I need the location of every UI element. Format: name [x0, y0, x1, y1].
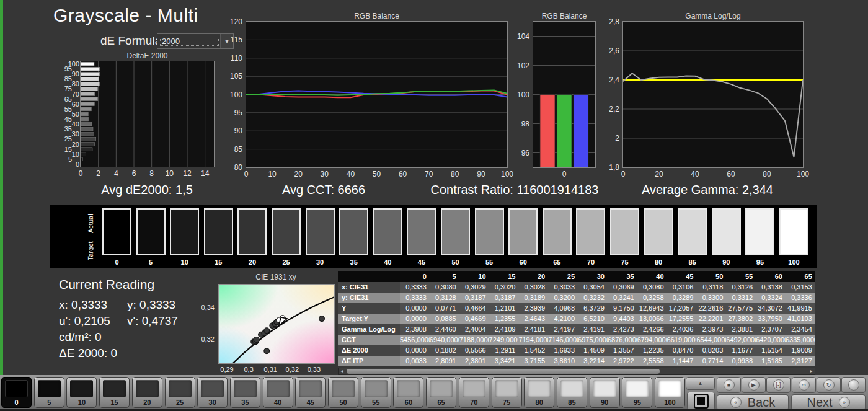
- deltae-xtick: 8: [146, 169, 158, 178]
- chart-rgb-line-xtick: 100: [498, 170, 516, 179]
- pattern-level-button[interactable]: 35: [230, 377, 260, 408]
- pattern-level-button[interactable]: 80: [524, 377, 554, 408]
- repeat-button[interactable]: ↻: [817, 377, 841, 393]
- chart-rgb-line-ytick: 120: [223, 17, 242, 26]
- pattern-level-button[interactable]: 10: [66, 377, 97, 408]
- deltae-ytick: 85: [64, 75, 72, 82]
- table-cell: 2,4460: [430, 324, 459, 335]
- current-reading-title: Current Reading: [59, 277, 154, 292]
- table-cell: 7194,0000: [518, 335, 548, 345]
- chart-gamma-ytick: 2,4: [598, 76, 619, 84]
- pattern-level-button[interactable]: 70: [459, 377, 489, 408]
- pattern-level-button[interactable]: 60: [393, 377, 423, 408]
- table-column-header: 10: [459, 271, 489, 282]
- pattern-level-button[interactable]: 55: [361, 377, 391, 408]
- stop-button[interactable]: ■: [717, 377, 741, 393]
- table-cell: 6492,0000: [726, 335, 756, 345]
- table-column-header: 20: [518, 271, 548, 282]
- swatch-level-label: 0: [101, 259, 133, 266]
- table-cell: 2,3801: [459, 356, 489, 366]
- table-cell: 2,4004: [459, 324, 489, 335]
- swatch-level-label: 100: [778, 259, 810, 266]
- pattern-level-button[interactable]: 15: [99, 377, 130, 408]
- table-cell: 0,3029: [459, 282, 489, 293]
- pattern-level-button[interactable]: 50: [328, 377, 358, 408]
- chart-rgb-line-xtick: 90: [472, 170, 490, 179]
- table-cell: 34,3072: [756, 303, 786, 314]
- table-cell: 6975,0000: [578, 335, 608, 345]
- deltae-ytick: 70: [72, 91, 79, 98]
- page-title: Grayscale - Multi: [53, 5, 198, 26]
- table-row-label: ΔE 2000: [338, 345, 400, 356]
- infinity-button[interactable]: ∞: [792, 377, 816, 393]
- pattern-level-button[interactable]: 45: [295, 377, 326, 408]
- scrollbar-thumb[interactable]: [347, 369, 660, 374]
- deltae-xtick: 12: [181, 169, 193, 178]
- table-cell: 6544,0000: [696, 335, 726, 345]
- table-cell: 0,8203: [696, 345, 726, 356]
- table-scrollbar[interactable]: ◂ ▸: [338, 368, 815, 375]
- scroll-right-arrow-icon[interactable]: ▸: [808, 368, 815, 374]
- table-cell: 0,3138: [756, 282, 786, 293]
- table-cell: 7146,0000: [548, 335, 578, 345]
- table-cell: 4,0968: [548, 303, 578, 314]
- table-cell: 0,8470: [667, 345, 697, 356]
- calibration-app: Grayscale - Multi dE Formula: 2000 ▼ Del…: [0, 0, 868, 411]
- table-cell: 0,3200: [548, 293, 578, 303]
- table-column-header: 50: [696, 271, 726, 282]
- pattern-level-label: 90: [590, 399, 619, 406]
- table-cell: 17,2555: [667, 314, 697, 324]
- table-cell: 6794,0000: [637, 335, 667, 345]
- stop-square-icon: [694, 394, 709, 409]
- de-formula-dropdown[interactable]: 2000 ▼: [157, 33, 234, 49]
- pattern-level-button[interactable]: 30: [197, 377, 228, 408]
- chart-rgb-line-xtick: 60: [394, 170, 412, 179]
- actual-label: Actual: [87, 210, 95, 238]
- grayscale-swatch: [204, 208, 233, 255]
- next-button[interactable]: Next »: [791, 394, 866, 410]
- pattern-level-button[interactable]: 20: [132, 377, 162, 408]
- stop-icon: ■: [724, 379, 735, 391]
- pattern-level-button[interactable]: 100: [655, 377, 685, 408]
- table-cell: 0,3069: [608, 282, 637, 293]
- deltae-ytick: 0: [76, 161, 79, 168]
- pattern-swatch: [528, 380, 551, 397]
- pattern-level-button[interactable]: 5: [34, 377, 64, 408]
- pattern-level-button[interactable]: 0: [1, 377, 32, 408]
- table-cell: 6940,0000: [430, 335, 459, 345]
- pattern-level-button[interactable]: 25: [165, 377, 195, 408]
- stop-pattern-button[interactable]: [687, 392, 715, 410]
- chart-gamma-xtick: 0: [614, 170, 632, 179]
- table-cell: 1,5452: [518, 345, 548, 356]
- table-cell: 0,3054: [578, 282, 608, 293]
- deltae-ytick: 40: [72, 120, 79, 128]
- pattern-level-label: 45: [296, 399, 325, 406]
- table-row-label: CCT: [338, 335, 400, 345]
- reading-u: u': 0,2105: [59, 314, 110, 327]
- pattern-swatch: [299, 380, 322, 397]
- cie-ytick: 0,32: [192, 335, 215, 343]
- grayscale-swatch: [712, 208, 741, 255]
- pattern-level-button[interactable]: 65: [426, 377, 456, 408]
- table-cell: 1,5185: [756, 356, 786, 366]
- pattern-level-button[interactable]: 40: [263, 377, 293, 408]
- pattern-swatch: [169, 380, 192, 397]
- pattern-level-button[interactable]: 95: [622, 377, 652, 408]
- table-cell: 1,9009: [786, 345, 815, 356]
- blank-button[interactable]: [841, 377, 866, 393]
- table-cell: 2,9722: [608, 356, 637, 366]
- loop-range-button[interactable]: [-]: [766, 377, 790, 393]
- scroll-left-arrow-icon[interactable]: ◂: [339, 368, 345, 374]
- back-button[interactable]: « Back: [717, 394, 789, 410]
- rgb-bar-ytick: 102: [515, 61, 529, 70]
- pattern-level-button[interactable]: 85: [557, 377, 587, 408]
- table-cell: 1,1447: [667, 356, 697, 366]
- pattern-level-button[interactable]: 90: [590, 377, 620, 408]
- table-column-header: 25: [548, 271, 578, 282]
- pattern-level-button[interactable]: 75: [492, 377, 522, 408]
- table-cell: 13,0066: [637, 314, 667, 324]
- play-button[interactable]: ▶: [742, 377, 766, 393]
- table-cell: 6876,0000: [608, 335, 637, 345]
- collapse-toolbar-button[interactable]: ▲: [686, 377, 715, 390]
- table-row: Gamma Log/Log2,39082,44602,40042,41092,4…: [338, 324, 815, 335]
